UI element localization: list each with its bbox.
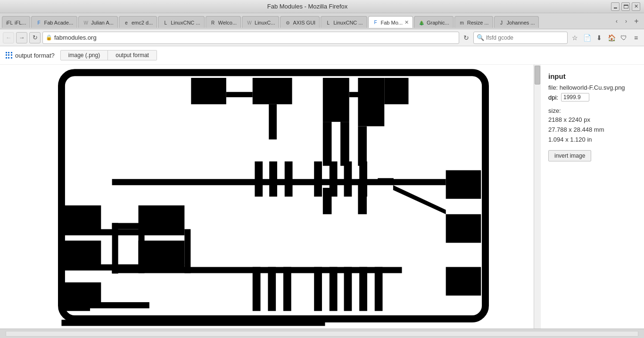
svg-rect-45	[112, 223, 145, 229]
svg-rect-40	[344, 267, 352, 311]
svg-rect-11	[358, 126, 367, 166]
svg-rect-37	[283, 267, 291, 311]
title-bar: Fab Modules - Mozilla Firefox 🗕 🗖 ✕	[0, 0, 644, 13]
tab-tab12[interactable]: mResize ...	[454, 16, 493, 28]
tab-tab1[interactable]: iFLiFL...	[2, 16, 30, 28]
tab-tab8[interactable]: ⚙AXIS GUI	[280, 16, 320, 28]
tab-label-tab10: Fab Mo...	[381, 20, 403, 25]
page-header: output format? image (.png) output forma…	[0, 46, 644, 65]
size-section: size: 2188 x 2240 px 27.788 x 28.448 mm …	[548, 107, 636, 144]
home-icon[interactable]: 🏠	[606, 33, 617, 43]
address-input[interactable]	[54, 34, 456, 41]
tab-label-tab8: AXIS GUI	[293, 20, 315, 25]
side-panel: input file: helloworld-F.Cu.svg.png dpi:…	[540, 65, 644, 329]
forward-button[interactable]: →	[16, 32, 27, 43]
output-question-label: output format?	[6, 52, 55, 59]
tab-favicon-tab4: e	[123, 19, 130, 26]
download-icon[interactable]: ⬇	[594, 33, 604, 43]
format-image-png[interactable]: image (.png)	[61, 51, 108, 60]
search-icon: 🔍	[477, 34, 484, 41]
menu-button[interactable]: ≡	[631, 33, 641, 43]
tab-favicon-tab11: 🎄	[418, 19, 425, 26]
main-content: input file: helloworld-F.Cu.svg.png dpi:…	[0, 65, 644, 329]
tab-label-tab6: Welco...	[218, 20, 237, 25]
tab-nav-right[interactable]: ›	[621, 16, 631, 27]
tab-close-tab10[interactable]: ✕	[405, 19, 409, 25]
tab-tab2[interactable]: FFab Acade...	[31, 16, 77, 28]
svg-rect-47	[139, 229, 145, 273]
file-label: file: helloworld-F.Cu.svg.png	[548, 84, 636, 91]
svg-rect-36	[268, 267, 276, 311]
minimize-button[interactable]: 🗕	[611, 2, 619, 11]
back-button[interactable]: ←	[3, 32, 14, 43]
svg-rect-7	[349, 92, 359, 97]
tab-label-tab9: LinuxCNC ...	[333, 20, 363, 25]
format-output-format[interactable]: output format	[108, 51, 157, 60]
horizontal-scrollbar[interactable]	[6, 331, 638, 337]
pocket-icon[interactable]: 🛡	[619, 33, 629, 43]
tab-favicon-tab5: L	[162, 19, 169, 26]
svg-rect-46	[112, 267, 118, 273]
new-tab-button[interactable]: +	[631, 16, 642, 27]
svg-rect-30	[61, 229, 184, 235]
search-bar[interactable]: 🔍	[473, 32, 568, 44]
tab-favicon-tab3: W	[83, 19, 89, 26]
bookmark-icon[interactable]: ☆	[570, 33, 580, 43]
tab-tab6[interactable]: RWelco...	[206, 16, 241, 28]
svg-rect-49	[61, 282, 101, 306]
reader-view-icon[interactable]: 📄	[582, 33, 592, 43]
svg-rect-25	[378, 178, 394, 184]
svg-rect-14	[269, 161, 277, 197]
tab-tab4[interactable]: eemc2 d...	[119, 16, 157, 28]
title-bar-right-controls[interactable]: 🗕 🗖 ✕	[611, 2, 640, 11]
tab-favicon-tab12: m	[459, 19, 465, 26]
dpi-row: dpi:	[548, 93, 636, 101]
tab-tab3[interactable]: WJulian A...	[78, 16, 118, 28]
size-in: 1.094 x 1.120 in	[548, 135, 636, 145]
svg-rect-16	[314, 161, 322, 197]
svg-rect-48	[184, 229, 190, 273]
tab-tab5[interactable]: LLinuxCNC ...	[158, 16, 204, 28]
tab-favicon-tab2: F	[35, 19, 42, 26]
svg-rect-6	[226, 92, 253, 97]
maximize-button[interactable]: 🗖	[621, 2, 630, 11]
tab-label-tab2: Fab Acade...	[44, 20, 73, 25]
size-px: 2188 x 2240 px	[548, 115, 636, 125]
tab-favicon-tab8: ⚙	[284, 19, 291, 26]
svg-rect-39	[330, 267, 338, 311]
tab-favicon-tab1: iFL	[6, 19, 13, 26]
tab-tab7[interactable]: WLinuxC...	[242, 16, 279, 28]
tab-list-button[interactable]: ‹	[612, 16, 621, 27]
tab-tab9[interactable]: LLinuxCNC ...	[321, 16, 367, 28]
svg-rect-41	[359, 267, 367, 311]
tab-label-tab1: iFL...	[15, 20, 26, 25]
title-bar-title: Fab Modules - Mozilla Firefox	[4, 3, 611, 10]
tab-favicon-tab6: R	[210, 19, 216, 26]
dpi-label: dpi:	[548, 94, 558, 101]
vertical-scrollbar[interactable]	[534, 65, 540, 329]
svg-rect-35	[253, 267, 261, 311]
close-window-button[interactable]: ✕	[632, 2, 640, 11]
page-content: output format? image (.png) output forma…	[0, 46, 644, 329]
scrollbar-thumb[interactable]	[535, 66, 540, 84]
svg-rect-29	[139, 241, 185, 265]
svg-rect-3	[323, 78, 349, 122]
reload-button[interactable]: ↻	[29, 32, 41, 43]
invert-image-button[interactable]: invert image	[548, 150, 591, 161]
format-selector[interactable]: image (.png) output format	[60, 50, 157, 60]
tab-tab11[interactable]: 🎄Graphic...	[414, 16, 454, 28]
tab-bar: iFLiFL...FFab Acade...WJulian A...eemc2 …	[0, 13, 644, 29]
svg-rect-38	[314, 267, 322, 311]
svg-rect-13	[255, 161, 263, 197]
svg-rect-44	[112, 223, 118, 273]
tab-favicon-tab7: W	[246, 19, 253, 26]
dpi-input[interactable]	[561, 93, 589, 101]
tab-tab13[interactable]: JJohannes ...	[494, 16, 539, 28]
address-bar[interactable]: 🔒	[42, 32, 459, 44]
reload-icon[interactable]: ↻	[461, 33, 471, 43]
security-icon: 🔒	[46, 34, 52, 41]
search-input[interactable]	[486, 34, 564, 41]
svg-rect-28	[61, 241, 101, 265]
tab-tab10[interactable]: FFab Mo...✕	[368, 16, 413, 28]
svg-rect-23	[446, 214, 481, 243]
